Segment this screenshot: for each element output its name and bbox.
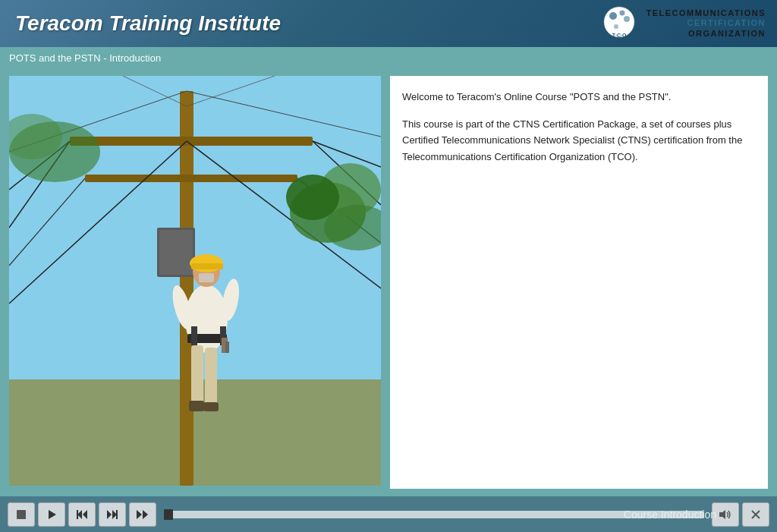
back-button[interactable] xyxy=(8,502,35,527)
logo-line2: CERTIFICATION xyxy=(646,18,766,28)
welcome-text: Welcome to Teracom's Online Course "POTS… xyxy=(402,90,756,105)
svg-marker-51 xyxy=(83,510,87,519)
svg-point-3 xyxy=(624,16,630,22)
app-title: Teracom Training Institute xyxy=(15,11,281,36)
breadcrumb: POTS and the PSTN - Introduction xyxy=(9,52,161,64)
svg-rect-37 xyxy=(191,263,223,269)
svg-rect-31 xyxy=(191,326,197,345)
svg-rect-47 xyxy=(17,510,26,519)
svg-rect-28 xyxy=(189,401,204,411)
svg-rect-8 xyxy=(180,91,193,486)
logo-area: T·C·O TELECOMMUNICATIONS CERTIFICATION O… xyxy=(598,5,766,42)
breadcrumb-bar: POTS and the PSTN - Introduction xyxy=(0,47,777,68)
svg-rect-26 xyxy=(191,345,203,406)
svg-rect-27 xyxy=(205,348,217,407)
fast-forward-button[interactable] xyxy=(129,502,156,527)
tco-logo: T·C·O xyxy=(598,5,640,42)
header: Teracom Training Institute T·C·O TELECOM… xyxy=(0,0,777,47)
progress-thumb[interactable] xyxy=(164,509,173,520)
skip-forward-button[interactable] xyxy=(99,502,126,527)
svg-marker-55 xyxy=(137,510,142,519)
svg-point-1 xyxy=(609,12,617,20)
svg-rect-29 xyxy=(203,402,219,411)
svg-marker-48 xyxy=(49,510,56,519)
progress-bar[interactable] xyxy=(164,511,704,518)
svg-marker-57 xyxy=(719,510,725,519)
svg-marker-56 xyxy=(143,510,148,519)
svg-point-2 xyxy=(619,11,624,16)
svg-text:T·C·O: T·C·O xyxy=(612,33,627,38)
svg-rect-38 xyxy=(199,273,214,282)
play-button[interactable] xyxy=(38,502,65,527)
svg-point-43 xyxy=(286,175,339,220)
close-button[interactable] xyxy=(742,502,769,527)
svg-rect-10 xyxy=(85,175,297,182)
text-panel: Welcome to Teracom's Online Course "POTS… xyxy=(390,76,768,489)
volume-button[interactable] xyxy=(712,502,739,527)
description-text: This course is part of the CTNS Certific… xyxy=(402,116,756,165)
svg-point-4 xyxy=(614,24,618,29)
svg-marker-52 xyxy=(107,510,112,519)
logo-line1: TELECOMMUNICATIONS xyxy=(646,8,766,18)
logo-line3: ORGANIZATION xyxy=(646,29,766,39)
logo-text: TELECOMMUNICATIONS CERTIFICATION ORGANIZ… xyxy=(646,8,766,39)
svg-rect-40 xyxy=(225,342,229,353)
svg-rect-24 xyxy=(159,230,193,275)
skip-back-button[interactable] xyxy=(68,502,96,527)
svg-rect-50 xyxy=(77,510,78,519)
main-content: Welcome to Teracom's Online Course "POTS… xyxy=(0,68,777,496)
course-image xyxy=(9,76,381,486)
course-image-panel xyxy=(9,76,381,486)
bottom-bar: Course Introduction xyxy=(0,496,777,532)
